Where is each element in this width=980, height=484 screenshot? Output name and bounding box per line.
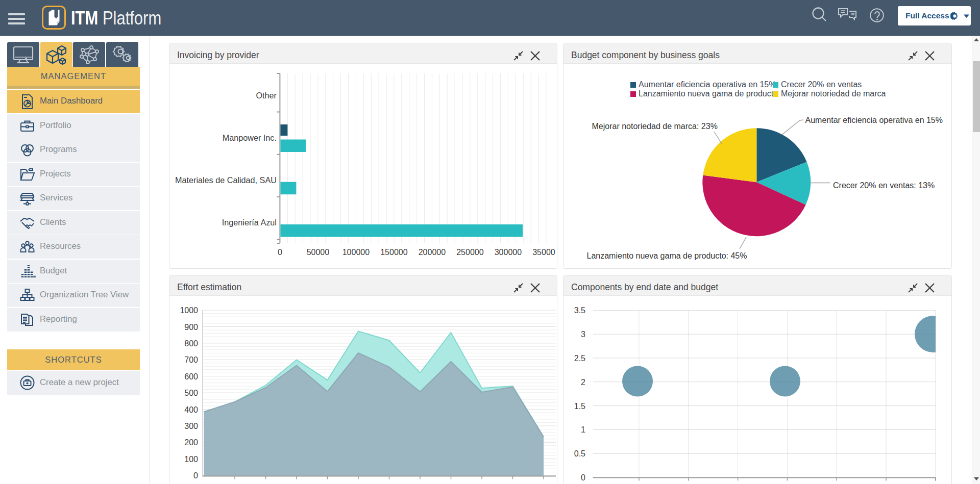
svg-text:Materiales de Calidad, SAU: Materiales de Calidad, SAU [175, 175, 277, 185]
svg-text:600: 600 [184, 372, 198, 381]
svg-text:1000: 1000 [180, 306, 198, 315]
svg-text:0: 0 [278, 248, 282, 257]
svg-text:Aumentar eficiencia operativa: Aumentar eficiencia operativa en 15% [639, 80, 776, 89]
svg-text:1.5: 1.5 [574, 402, 585, 411]
svg-text:Ingeniería Azul: Ingeniería Azul [222, 218, 277, 227]
svg-text:Crecer 20% en ventas: 13%: Crecer 20% en ventas: 13% [833, 181, 935, 190]
svg-text:150000: 150000 [380, 248, 407, 257]
svg-text:350000: 350000 [532, 248, 555, 257]
svg-text:Other: Other [256, 91, 277, 100]
svg-text:Mejorar notoriedad de marca: Mejorar notoriedad de marca [781, 89, 886, 98]
svg-text:400: 400 [184, 405, 198, 414]
svg-text:200: 200 [184, 438, 198, 447]
svg-text:Crecer 20% en ventas: Crecer 20% en ventas [781, 80, 862, 89]
svg-text:Manpower Inc.: Manpower Inc. [223, 133, 277, 142]
svg-text:800: 800 [184, 339, 198, 348]
svg-text:2: 2 [581, 378, 585, 387]
svg-text:3.5: 3.5 [574, 306, 585, 315]
svg-text:3: 3 [581, 330, 585, 339]
svg-text:0.5: 0.5 [574, 449, 585, 458]
svg-text:0: 0 [581, 473, 585, 482]
svg-text:100000: 100000 [342, 248, 370, 257]
svg-text:Lanzamiento nueva gama de prod: Lanzamiento nueva gama de producto: 45% [587, 251, 747, 260]
svg-text:Lanzamiento nueva gama de prod: Lanzamiento nueva gama de producto [639, 89, 778, 98]
svg-text:900: 900 [184, 323, 198, 332]
svg-text:2.5: 2.5 [574, 354, 585, 363]
svg-text:500: 500 [184, 389, 198, 397]
svg-text:100: 100 [184, 455, 198, 464]
svg-text:250000: 250000 [456, 248, 483, 257]
svg-text:Mejorar notoriedad de marca: 2: Mejorar notoriedad de marca: 23% [592, 122, 718, 131]
svg-text:200000: 200000 [419, 248, 446, 257]
svg-text:0: 0 [193, 471, 198, 480]
svg-text:50000: 50000 [307, 248, 330, 257]
svg-text:Aumentar eficiencia operativa: Aumentar eficiencia operativa en 15% [805, 116, 943, 124]
svg-text:700: 700 [184, 355, 198, 364]
svg-text:300000: 300000 [495, 248, 522, 257]
svg-text:300: 300 [184, 422, 198, 430]
svg-text:1: 1 [581, 425, 585, 434]
